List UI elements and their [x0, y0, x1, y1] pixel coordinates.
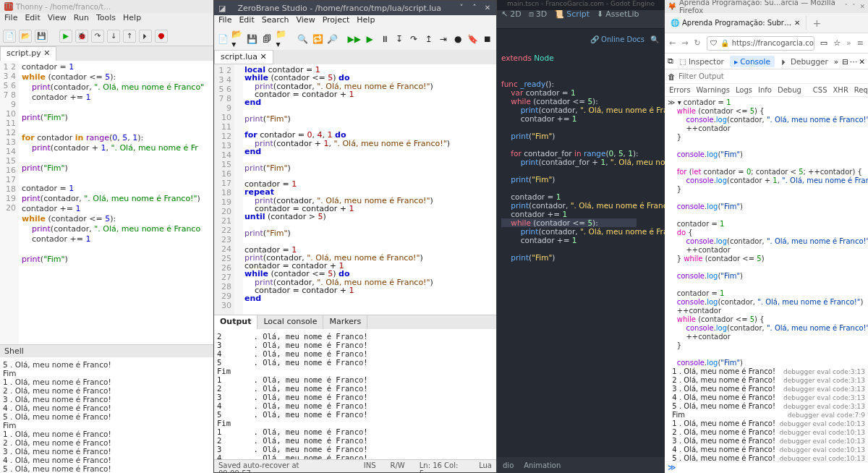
- maximize-icon[interactable]: ˄: [852, 3, 856, 10]
- close-icon[interactable]: ✕: [43, 48, 50, 58]
- back-icon[interactable]: ←: [669, 38, 676, 48]
- stop-icon[interactable]: ⏹: [482, 32, 493, 46]
- cat-css[interactable]: CSS: [813, 86, 827, 94]
- debug-icon[interactable]: 🐞: [75, 30, 88, 43]
- find-icon[interactable]: 🔍: [297, 32, 309, 46]
- stepout-icon[interactable]: ↥: [422, 32, 434, 46]
- stepinto-icon[interactable]: ↧: [393, 32, 405, 46]
- tab-console[interactable]: ▸ Console: [730, 56, 775, 67]
- search-icon[interactable]: 🔍: [650, 35, 659, 43]
- bottom-animation[interactable]: Animation: [524, 461, 561, 469]
- menu-file[interactable]: File: [4, 13, 17, 26]
- close-icon[interactable]: ✕: [260, 52, 266, 61]
- cat-requests[interactable]: Requests: [854, 86, 868, 94]
- reload-icon[interactable]: ↻: [694, 38, 700, 48]
- debug-icon[interactable]: ▶: [364, 32, 375, 46]
- menu-edit[interactable]: Edit: [25, 13, 40, 26]
- tab-output[interactable]: Output: [214, 315, 258, 329]
- filter-input[interactable]: [678, 72, 865, 80]
- thonny-shell[interactable]: 5 . Olá, meu nome é Franco! Fim 1 . Olá,…: [0, 357, 213, 473]
- new-file-icon[interactable]: 📄: [3, 30, 16, 43]
- stop-icon[interactable]: ⯃: [155, 30, 168, 43]
- toolbar-2d[interactable]: ↖ 2D: [501, 9, 522, 19]
- cat-debug[interactable]: Debug: [778, 86, 801, 94]
- menu-search[interactable]: Search: [262, 15, 289, 28]
- reader-icon[interactable]: ▭: [820, 38, 827, 48]
- menu-icon[interactable]: ≡: [857, 38, 864, 48]
- saveall-icon[interactable]: 🗐: [261, 32, 273, 46]
- tab-local-console[interactable]: Local console: [258, 315, 323, 329]
- browser-tab[interactable]: 🌐 Aprenda Programação: Subr… ✕: [665, 16, 807, 30]
- code-area[interactable]: contador = 1 while (contador <= 5): prin…: [19, 61, 207, 344]
- tab-inspector[interactable]: ⬚ Inspector: [675, 56, 728, 67]
- toolbar-3d[interactable]: ⧈ 3D: [529, 9, 547, 19]
- new-icon[interactable]: 📄: [217, 32, 229, 46]
- breakpoint-icon[interactable]: ●: [452, 32, 464, 46]
- step-over-icon[interactable]: ↷: [91, 30, 104, 43]
- cat-xhr[interactable]: XHR: [833, 86, 848, 94]
- tab-debugger[interactable]: ⏵ Debugger: [776, 56, 833, 67]
- menu-help[interactable]: Help: [123, 13, 141, 26]
- zbs-output[interactable]: 2 . Olá, meu nome é Franco! 3 . Olá, meu…: [214, 329, 496, 459]
- cat-info[interactable]: Info: [758, 86, 772, 94]
- fold-column[interactable]: [234, 64, 243, 315]
- tab-script-py[interactable]: script.py ✕: [0, 46, 56, 61]
- toolbar-assetlib[interactable]: ⬇ AssetLib: [597, 9, 639, 19]
- break-icon[interactable]: ⏸: [378, 32, 390, 46]
- new-tab-button[interactable]: +: [807, 17, 827, 29]
- bookmark-icon[interactable]: ☆: [833, 38, 841, 48]
- overflow-icon[interactable]: »: [834, 57, 838, 66]
- runto-icon[interactable]: ⇥: [438, 32, 449, 46]
- minimize-icon[interactable]: ˅: [844, 3, 848, 10]
- minimize-icon[interactable]: ˅: [457, 4, 466, 12]
- bottom-audio[interactable]: dio: [503, 461, 514, 469]
- menu-run[interactable]: Run: [74, 13, 89, 26]
- online-docs[interactable]: 🔗 Online Docs: [590, 35, 644, 43]
- bookmark-icon[interactable]: 🔖: [467, 32, 478, 46]
- console-prompt[interactable]: ≫: [665, 461, 868, 473]
- menu-tools[interactable]: Tools: [96, 13, 116, 26]
- tab-markers[interactable]: Markers: [323, 315, 367, 329]
- open-icon[interactable]: 📂▾: [231, 32, 243, 46]
- close-icon[interactable]: ✕: [859, 57, 865, 66]
- menu-project[interactable]: Project: [323, 15, 350, 28]
- code-area[interactable]: local contador = 1 while (contador <= 5)…: [243, 64, 496, 315]
- stepover-icon[interactable]: ↷: [408, 32, 420, 46]
- overflow-icon[interactable]: »: [846, 38, 851, 48]
- run-icon[interactable]: ▶▶: [348, 32, 361, 46]
- container-icon[interactable]: ⧉: [668, 56, 673, 66]
- save-icon[interactable]: 💾: [247, 32, 258, 46]
- projdir-icon[interactable]: 📁▾: [276, 32, 287, 46]
- close-icon[interactable]: ✕: [483, 4, 492, 12]
- zbs-editor[interactable]: 1 2 3 4 5 6 7 8 9 10 11 12 13 14 15 16 1…: [214, 64, 496, 315]
- toolbar-script[interactable]: 📜 Script: [554, 9, 590, 19]
- dock-icon[interactable]: ⊟: [842, 57, 848, 66]
- save-icon[interactable]: 💾: [35, 30, 48, 43]
- tab-script-lua[interactable]: script.lua ✕: [214, 50, 273, 64]
- open-icon[interactable]: 📂: [19, 30, 32, 43]
- step-into-icon[interactable]: ↓: [107, 30, 120, 43]
- menu-edit[interactable]: Edit: [239, 15, 254, 28]
- forward-icon[interactable]: →: [681, 38, 688, 48]
- console-output[interactable]: ≫ ▾ contador = 1 while (contador <= 5) {…: [665, 97, 868, 461]
- more-icon[interactable]: ⋯: [850, 57, 858, 66]
- close-icon[interactable]: ✕: [859, 3, 865, 10]
- replace-icon[interactable]: 🔁: [312, 32, 323, 46]
- step-out-icon[interactable]: ↑: [123, 30, 136, 43]
- cat-warnings[interactable]: Warnings: [697, 86, 730, 94]
- menu-help[interactable]: Help: [357, 15, 375, 28]
- trash-icon[interactable]: 🗑: [668, 72, 676, 81]
- run-icon[interactable]: ▶: [59, 30, 72, 43]
- menu-view[interactable]: View: [297, 15, 315, 28]
- findfiles-icon[interactable]: 🔎: [326, 32, 338, 46]
- address-input[interactable]: 🛡 🔒 https://francogarcia.co: [707, 36, 814, 51]
- close-icon[interactable]: ✕: [794, 19, 800, 27]
- godot-editor[interactable]: extends Node func _ready(): var contador…: [497, 49, 665, 266]
- thonny-editor[interactable]: 1 2 3 4 5 6 7 8 9 10 11 12 13 14 15 16 1…: [0, 61, 213, 344]
- menu-file[interactable]: File: [218, 15, 231, 28]
- maximize-icon[interactable]: ˄: [470, 4, 479, 12]
- resume-icon[interactable]: ⏵: [139, 30, 152, 43]
- cat-errors[interactable]: Errors: [669, 86, 691, 94]
- menu-view[interactable]: View: [48, 13, 67, 26]
- cat-logs[interactable]: Logs: [736, 86, 752, 94]
